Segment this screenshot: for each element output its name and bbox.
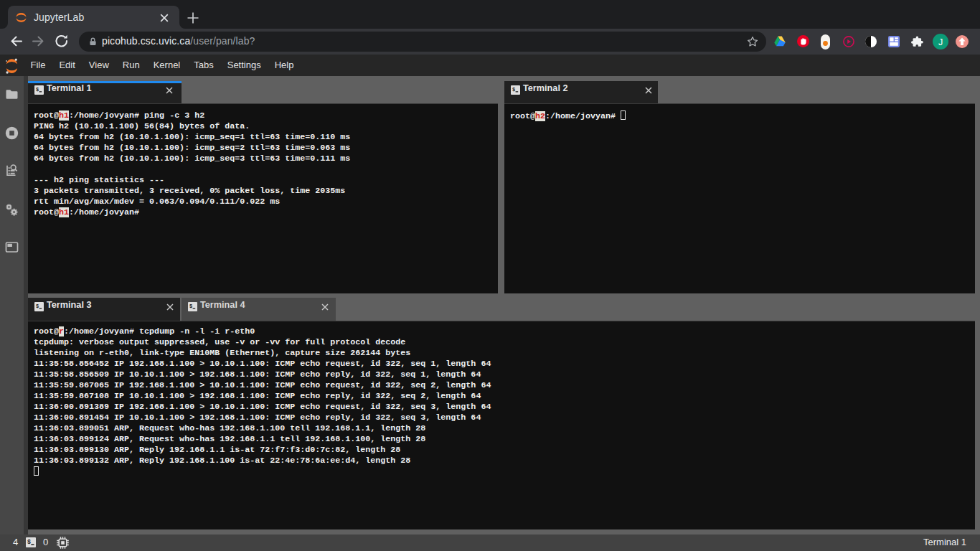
svg-text:$: $ [512,87,515,93]
svg-text:$: $ [189,303,192,309]
svg-text:$: $ [27,539,31,545]
svg-text:J: J [938,37,943,47]
svg-text:$: $ [36,303,39,309]
svg-text:$: $ [36,87,39,93]
